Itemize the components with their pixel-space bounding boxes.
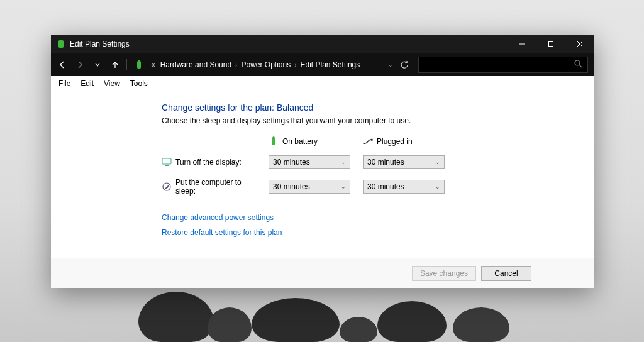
control-panel-window: Edit Plan Settings « Hardware an xyxy=(51,35,594,288)
row-turn-off-display: Turn off the display: xyxy=(162,157,262,167)
desktop-rock xyxy=(138,292,214,342)
forward-button[interactable] xyxy=(72,57,87,72)
column-on-battery: On battery xyxy=(269,136,357,146)
row-label: Turn off the display: xyxy=(175,158,242,167)
row-label: Put the computer to sleep: xyxy=(175,178,262,196)
display-icon xyxy=(162,157,172,167)
svg-rect-13 xyxy=(162,158,171,164)
control-panel-icon xyxy=(133,59,145,70)
menu-tools[interactable]: Tools xyxy=(125,77,153,90)
sleep-icon xyxy=(162,182,172,192)
sleep-plugged-select[interactable]: 30 minutes ⌄ xyxy=(363,180,445,194)
menu-edit[interactable]: Edit xyxy=(75,77,99,90)
breadcrumb-item[interactable]: Edit Plan Settings xyxy=(299,59,362,70)
svg-line-9 xyxy=(579,65,582,67)
cancel-button[interactable]: Cancel xyxy=(481,266,531,281)
menu-file[interactable]: File xyxy=(53,77,75,90)
close-button[interactable] xyxy=(565,35,594,53)
recent-locations-button[interactable] xyxy=(90,57,105,72)
chevron-down-icon: ⌄ xyxy=(435,159,440,165)
advanced-power-settings-link[interactable]: Change advanced power settings xyxy=(162,213,274,222)
select-value: 30 minutes xyxy=(273,182,310,191)
save-changes-button[interactable]: Save changes xyxy=(412,266,476,281)
sleep-battery-select[interactable]: 30 minutes ⌄ xyxy=(269,180,350,194)
column-label: On battery xyxy=(282,137,318,146)
chevron-right-icon[interactable]: › xyxy=(294,62,296,69)
footer-bar: Save changes Cancel xyxy=(51,258,594,288)
search-icon xyxy=(574,60,582,70)
menu-view[interactable]: View xyxy=(99,77,125,90)
column-plugged-in: Plugged in xyxy=(363,136,451,146)
chevron-right-icon[interactable]: › xyxy=(235,62,237,69)
search-input[interactable] xyxy=(418,57,588,73)
desktop-rock xyxy=(252,298,340,342)
breadcrumb: Hardware and Sound › Power Options › Edi… xyxy=(159,59,362,70)
page-subtext: Choose the sleep and display settings th… xyxy=(162,116,594,125)
content-area: Change settings for the plan: Balanced C… xyxy=(51,91,594,258)
address-dropdown-button[interactable]: ⌄ xyxy=(387,62,394,68)
settings-grid: On battery Plugged in Turn off the displ… xyxy=(162,136,594,196)
chevron-down-icon: ⌄ xyxy=(341,184,346,190)
power-options-icon xyxy=(56,39,66,49)
select-value: 30 minutes xyxy=(273,158,310,167)
chevron-down-icon: ⌄ xyxy=(341,159,346,165)
svg-rect-0 xyxy=(58,40,64,48)
window-title: Edit Plan Settings xyxy=(70,40,130,48)
svg-rect-1 xyxy=(60,40,62,41)
restore-defaults-link[interactable]: Restore default settings for this plan xyxy=(162,228,282,237)
address-bar: « Hardware and Sound › Power Options › E… xyxy=(51,53,594,76)
column-label: Plugged in xyxy=(377,137,413,146)
breadcrumb-item[interactable]: Hardware and Sound xyxy=(159,59,233,70)
desktop-rock xyxy=(208,307,252,342)
svg-rect-3 xyxy=(549,42,553,47)
display-plugged-select[interactable]: 30 minutes ⌄ xyxy=(363,155,445,169)
svg-rect-14 xyxy=(165,165,169,166)
display-battery-select[interactable]: 30 minutes ⌄ xyxy=(269,155,350,169)
menu-bar: File Edit View Tools xyxy=(51,76,594,91)
chevron-down-icon: ⌄ xyxy=(435,184,440,190)
row-put-computer-to-sleep: Put the computer to sleep: xyxy=(162,178,262,196)
links-section: Change advanced power settings Restore d… xyxy=(162,213,594,237)
svg-rect-11 xyxy=(273,137,275,138)
titlebar[interactable]: Edit Plan Settings xyxy=(51,35,594,53)
nav-divider xyxy=(126,59,127,70)
back-button[interactable] xyxy=(55,57,70,72)
desktop-rock xyxy=(453,307,509,342)
select-value: 30 minutes xyxy=(367,158,404,167)
up-button[interactable] xyxy=(108,57,123,72)
svg-rect-10 xyxy=(272,138,275,145)
maximize-button[interactable] xyxy=(536,35,565,53)
desktop-rock xyxy=(377,301,447,342)
minimize-button[interactable] xyxy=(508,35,536,53)
battery-icon xyxy=(269,136,279,146)
page-heading: Change settings for the plan: Balanced xyxy=(162,102,594,113)
svg-point-12 xyxy=(370,139,373,141)
refresh-button[interactable] xyxy=(397,57,412,72)
breadcrumb-prefix: « xyxy=(151,60,155,69)
select-value: 30 minutes xyxy=(367,182,404,191)
plug-icon xyxy=(363,136,373,146)
svg-rect-6 xyxy=(137,61,141,69)
svg-rect-7 xyxy=(138,60,140,62)
breadcrumb-item[interactable]: Power Options xyxy=(240,59,292,70)
svg-point-8 xyxy=(575,60,580,65)
desktop-rock xyxy=(340,317,377,342)
